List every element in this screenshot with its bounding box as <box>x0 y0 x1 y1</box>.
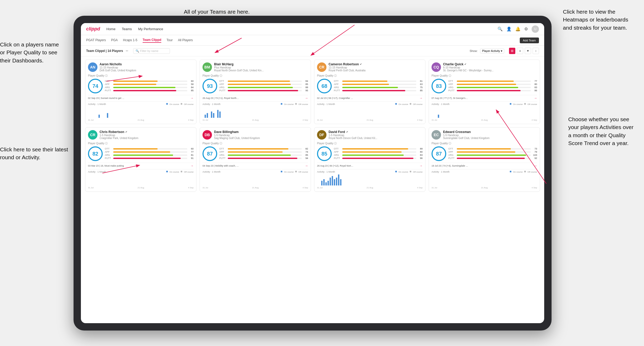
quality-circle[interactable]: 87 <box>432 146 446 161</box>
add-team-button[interactable]: Add Team <box>520 38 539 43</box>
stat-bar-bg <box>342 81 416 82</box>
latest-round[interactable]: 02 Jul 23 | 59 (+17), Craigmillar Park G… <box>317 95 423 100</box>
tab-all-players[interactable]: All Players <box>178 38 193 42</box>
round-arrow[interactable]: → <box>419 164 423 168</box>
player-card[interactable]: CQ Charlie Quick ✔ 6-10 Handicap St. Geo… <box>429 60 540 124</box>
player-name[interactable]: David Ford ✔ <box>329 130 423 134</box>
avatar[interactable]: U <box>532 25 539 33</box>
quality-circle[interactable]: 74 <box>88 79 103 93</box>
quality-section[interactable]: 93 OTT 84 APP 85 ARG <box>202 79 308 93</box>
tab-pgat[interactable]: PGAT Players <box>86 38 106 42</box>
stat-val: 81 <box>188 154 194 156</box>
bell-icon[interactable]: 🔔 <box>515 26 521 31</box>
player-card[interactable]: CR Chris Robertson ✔ 1-5 Handicap Craigm… <box>85 127 196 192</box>
round-arrow[interactable]: → <box>534 96 537 100</box>
round-arrow[interactable]: → <box>190 164 194 168</box>
player-card[interactable]: DF David Ford ✔ 1-5 Handicap Royal North… <box>314 127 425 192</box>
activity-header: Activity · 1 Month On course Off course <box>202 171 308 173</box>
grid-view-button[interactable]: ⊞ <box>509 48 515 54</box>
sort-button[interactable]: ↕ <box>533 48 539 54</box>
tab-pga[interactable]: PGA <box>111 38 118 42</box>
player-name[interactable]: Edward Crossman <box>443 130 537 134</box>
stat-bar <box>228 151 283 153</box>
player-name[interactable]: Blair McHarg <box>214 62 308 66</box>
quality-section[interactable]: 87 OTT 82 APP 74 ARG <box>202 146 308 161</box>
quality-section[interactable]: 74 OTT 60 APP 58 ARG <box>88 79 194 93</box>
search-icon[interactable]: 🔍 <box>497 26 503 31</box>
quality-label: Player Quality ⓘ <box>432 74 537 78</box>
round-arrow[interactable]: → <box>419 96 423 100</box>
quality-circle[interactable]: 83 <box>432 79 446 93</box>
legend-off-text: Off course <box>527 103 537 105</box>
edit-icon[interactable]: ✏ <box>126 49 128 53</box>
player-card[interactable]: DB Dave Billingham 1-5 Handicap Sag Magi… <box>200 127 311 192</box>
round-arrow[interactable]: → <box>534 164 537 168</box>
activity-section: Activity · 1 Month On course Off course <box>88 169 194 189</box>
player-card[interactable]: BM Blair McHarg Plus Handicap Royal Nort… <box>200 60 311 124</box>
annotation-left-top: Click on a players nameor Player Quality… <box>0 41 59 65</box>
quality-circle[interactable]: 68 <box>317 79 332 93</box>
list-view-button[interactable]: ≡ <box>517 48 523 54</box>
player-card[interactable]: AN Aaron Nicholls 11-15 Handicap Drift G… <box>85 60 196 124</box>
quality-stats: OTT 84 APP 85 ARG 88 PU <box>219 80 308 92</box>
player-avatar: CQ <box>432 62 441 72</box>
stat-name-app: APP <box>219 151 227 153</box>
latest-round[interactable]: 19 Jul 23 | 74 (+4), Sunningdale GC - Ol… <box>432 163 537 168</box>
quality-circle[interactable]: 93 <box>202 79 217 93</box>
player-name[interactable]: Aaron Nicholls <box>100 62 194 66</box>
quality-section[interactable]: 68 OTT 61 APP 63 ARG <box>317 79 423 93</box>
latest-round[interactable]: 02 Sep 23 | Sunset round to get back int… <box>88 95 194 100</box>
chart-labels: 31 Jul 21 Aug 4 Sep <box>202 119 308 121</box>
chart-label-2: 4 Sep <box>417 119 423 121</box>
stat-name-arg: ARG <box>219 154 227 156</box>
player-card[interactable]: EC Edward Crossman 1-5 Handicap Sunningd… <box>429 127 540 192</box>
activity-section: Activity · 1 Month On course Off course <box>88 102 194 121</box>
quality-section[interactable]: 83 OTT 77 APP 80 ARG <box>432 79 537 93</box>
annotation-left-bottom: Click here to see their latestround or A… <box>0 146 68 162</box>
nav-teams[interactable]: Teams <box>122 27 132 31</box>
latest-round[interactable]: 26 Aug 23 | 84 (+12), Royal North Devon … <box>317 163 423 168</box>
stat-bar <box>457 90 521 91</box>
stat-bar-bg <box>457 155 531 156</box>
quality-circle[interactable]: 87 <box>202 146 217 161</box>
filter-button[interactable]: ▼ <box>525 48 531 54</box>
legend-off-text: Off course <box>413 103 423 105</box>
legend-off-dot <box>410 103 411 105</box>
legend-on-text: On course <box>284 171 294 173</box>
latest-round[interactable]: 26 Aug 23 | 73 (+1), Royal North Devon G… <box>202 95 308 100</box>
legend-on-dot <box>510 171 511 172</box>
nav-home[interactable]: Home <box>106 27 116 31</box>
quality-circle[interactable]: 85 <box>317 146 332 161</box>
quality-section[interactable]: 82 OTT 60 APP 77 ARG <box>88 146 194 161</box>
player-name[interactable]: Dave Billingham <box>214 130 308 134</box>
tab-hcaps[interactable]: Hcaps 1-5 <box>123 38 137 42</box>
latest-round[interactable]: 04 Sep 23 | Mobility with coach, Gym → <box>202 163 308 168</box>
person-icon[interactable]: 👤 <box>506 26 512 31</box>
activity-legend: On course Off course <box>395 171 423 173</box>
round-arrow[interactable]: → <box>305 164 308 168</box>
legend-on-text: On course <box>169 171 179 173</box>
player-name[interactable]: Charlie Quick ✔ <box>443 62 537 66</box>
quality-section[interactable]: 85 OTT 89 APP 80 ARG <box>317 146 423 161</box>
round-arrow[interactable]: → <box>305 96 308 100</box>
settings-icon[interactable]: ⚙ <box>524 26 528 31</box>
legend-off-dot <box>295 171 297 172</box>
tab-tour[interactable]: Tour <box>167 38 173 42</box>
latest-round[interactable]: 03 Mar 23 | 19, Must make putting → <box>88 163 194 168</box>
player-name[interactable]: Chris Robertson ✔ <box>100 130 194 134</box>
legend-on-dot <box>166 171 168 172</box>
tab-team-clippd[interactable]: Team Clippd <box>143 38 161 43</box>
quality-stats: OTT 61 APP 63 ARG 75 PU <box>334 80 423 92</box>
stat-val: 103 <box>532 154 537 156</box>
nav-performance[interactable]: My Performance <box>138 27 163 31</box>
search-box[interactable]: 🔍 Filter by name <box>133 48 170 54</box>
show-select[interactable]: Player Activity ▾ <box>480 49 504 54</box>
stat-bar-bg <box>457 151 531 153</box>
player-card[interactable]: CR Cameron Robertson ✔ 11-15 Handicap Ro… <box>314 60 425 124</box>
round-arrow[interactable]: → <box>190 96 194 100</box>
quality-section[interactable]: 87 OTT 73 APP 79 ARG <box>432 146 537 161</box>
quality-circle[interactable]: 82 <box>88 146 103 161</box>
chart-label-0: 31 Jul <box>88 187 94 189</box>
latest-round[interactable]: 07 Aug 23 | 77 (+7), St George's Hill GC… <box>432 95 537 100</box>
player-name[interactable]: Cameron Robertson ✔ <box>329 62 423 66</box>
